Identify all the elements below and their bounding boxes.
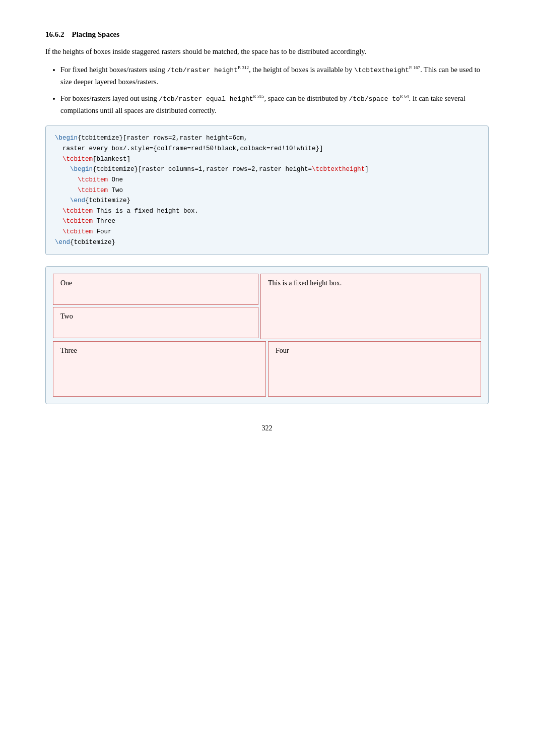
cell-four-label: Four	[276, 347, 289, 355]
code-line-3: \tcbitem[blankest]	[55, 154, 479, 165]
bullet1-ref1: P. 312	[238, 66, 249, 71]
bullet1-code2: \tcbtextheight	[354, 67, 409, 74]
bullet-item-1: For fixed height boxes/rasters using /tc…	[60, 64, 489, 88]
cell-three-label: Three	[60, 347, 77, 355]
bullet-item-2: For boxes/rasters layed out using /tcb/r…	[60, 93, 489, 116]
bullet2-code1: /tcb/raster equal height	[159, 95, 253, 103]
intro-paragraph: If the heights of boxes inside staggered…	[45, 46, 489, 57]
code-line-8: \tcbitem This is a fixed height box.	[55, 206, 479, 217]
cell-one: One	[53, 274, 258, 305]
code-line-1: \begin{tcbitemize}[raster rows=2,raster …	[55, 133, 479, 144]
bullet1-text-before: For fixed height boxes/rasters using	[60, 66, 167, 74]
code-line-10: \tcbitem Four	[55, 227, 479, 237]
code-line-4: \begin{tcbitemize}[raster columns=1,rast…	[55, 164, 479, 175]
section-number: 16.6.2	[45, 30, 64, 38]
bullet2-ref2: P. 64	[400, 94, 409, 99]
bullet2-text-mid: , space can be distributed by	[264, 94, 349, 102]
left-sub-column: One Two	[53, 274, 258, 339]
bullet2-ref1: P. 315	[253, 94, 264, 99]
raster-demo: One Two This is a fixed height box. Thre…	[45, 266, 489, 404]
page-number: 322	[45, 424, 489, 432]
cell-four: Four	[268, 341, 481, 397]
cell-three: Three	[53, 341, 266, 397]
bullet1-ref2: P. 167	[409, 66, 420, 71]
raster-row-2: Three Four	[53, 341, 481, 397]
bullet1-code1: /tcb/raster height	[167, 67, 237, 74]
code-line-6: \tcbitem Two	[55, 185, 479, 196]
cell-fixed-label: This is a fixed height box.	[268, 279, 342, 287]
cell-fixed: This is a fixed height box.	[260, 274, 481, 339]
code-line-5: \tcbitem One	[55, 175, 479, 185]
raster-row-1: One Two This is a fixed height box.	[53, 274, 481, 339]
code-line-2: raster every box/.style={colframe=red!50…	[55, 144, 479, 154]
bullet2-text-before: For boxes/rasters layed out using	[60, 94, 159, 102]
section-title: 16.6.2 Placing Spaces	[45, 30, 489, 39]
cell-one-label: One	[60, 279, 72, 287]
cell-two-label: Two	[60, 312, 73, 321]
code-line-11: \end{tcbitemize}	[55, 237, 479, 248]
bullet2-code2: /tcb/space to	[349, 95, 399, 103]
code-line-7: \end{tcbitemize}	[55, 196, 479, 206]
bullet1-text-mid: , the height of boxes is available by	[249, 66, 354, 74]
section-heading: Placing Spaces	[72, 30, 120, 38]
code-line-9: \tcbitem Three	[55, 216, 479, 227]
bullet-list: For fixed height boxes/rasters using /tc…	[60, 64, 489, 116]
code-block: \begin{tcbitemize}[raster rows=2,raster …	[45, 125, 489, 255]
cell-two: Two	[53, 307, 258, 338]
